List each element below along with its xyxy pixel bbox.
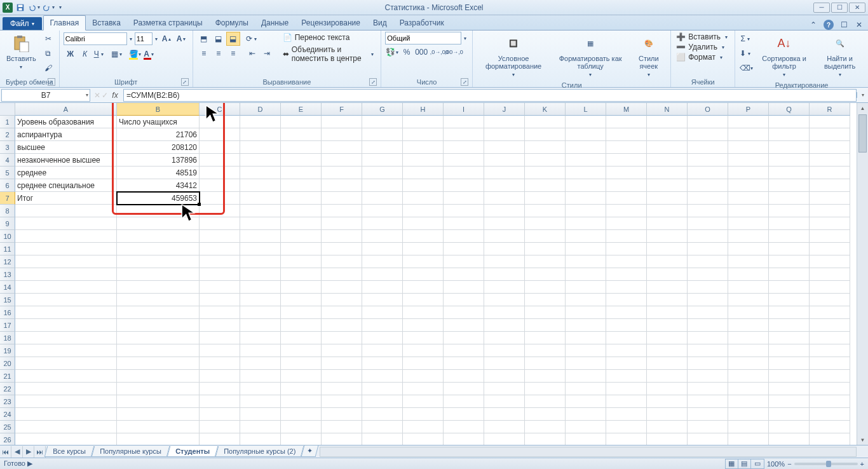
cell[interactable] <box>200 357 240 370</box>
cell[interactable] <box>728 433 769 445</box>
cell[interactable] <box>444 128 484 141</box>
cell[interactable] <box>240 268 281 281</box>
cell[interactable] <box>362 344 403 357</box>
cell[interactable] <box>117 255 200 268</box>
cell[interactable] <box>362 433 403 445</box>
column-header[interactable]: I <box>444 103 484 116</box>
cell[interactable] <box>810 370 850 383</box>
cell[interactable] <box>525 395 566 408</box>
horizontal-scrollbar[interactable] <box>320 447 857 457</box>
cell[interactable] <box>566 319 606 332</box>
cell[interactable] <box>15 294 117 306</box>
cell[interactable] <box>484 230 525 243</box>
cell[interactable] <box>810 281 850 294</box>
cell[interactable] <box>606 370 647 383</box>
borders-button[interactable]: ▦▾ <box>111 47 125 61</box>
cell[interactable] <box>403 167 444 179</box>
cell[interactable] <box>403 243 444 255</box>
cell[interactable] <box>688 167 728 179</box>
cell[interactable] <box>769 383 810 395</box>
cell[interactable] <box>769 167 810 179</box>
cell[interactable] <box>117 205 200 217</box>
italic-button[interactable]: К <box>78 47 92 61</box>
cell[interactable] <box>606 128 647 141</box>
cell[interactable] <box>362 230 403 243</box>
cell[interactable] <box>728 421 769 433</box>
cell[interactable] <box>769 154 810 167</box>
window-close-icon[interactable]: ✕ <box>854 20 864 30</box>
alignment-launcher[interactable]: ⤢ <box>369 78 377 86</box>
cell[interactable] <box>322 243 362 255</box>
cell[interactable] <box>810 395 850 408</box>
cell[interactable] <box>403 141 444 154</box>
cell[interactable] <box>647 217 688 230</box>
cell[interactable] <box>810 243 850 255</box>
help-icon[interactable]: ? <box>824 20 834 30</box>
row-header[interactable]: 13 <box>0 268 15 281</box>
cell[interactable] <box>403 421 444 433</box>
align-right-button[interactable]: ≡ <box>226 46 240 60</box>
cell[interactable] <box>281 217 322 230</box>
insert-function-button[interactable]: fx <box>109 91 121 100</box>
undo-button[interactable]: ▾ <box>28 1 42 14</box>
column-header[interactable]: M <box>606 103 647 116</box>
zoom-out-button[interactable]: − <box>787 460 791 468</box>
font-name-input[interactable] <box>64 32 127 45</box>
cell[interactable] <box>769 344 810 357</box>
cell[interactable] <box>647 294 688 306</box>
cell[interactable] <box>200 255 240 268</box>
percent-button[interactable]: % <box>400 45 414 59</box>
number-format-select[interactable] <box>385 32 461 44</box>
cell[interactable] <box>688 357 728 370</box>
cell[interactable] <box>606 294 647 306</box>
cell[interactable] <box>444 281 484 294</box>
cell[interactable] <box>322 344 362 357</box>
column-header[interactable]: R <box>810 103 850 116</box>
cell[interactable] <box>117 344 200 357</box>
cell[interactable] <box>240 370 281 383</box>
cell[interactable] <box>403 383 444 395</box>
cell[interactable] <box>728 255 769 268</box>
maximize-button[interactable]: ☐ <box>831 3 848 13</box>
cell[interactable] <box>606 395 647 408</box>
cell[interactable] <box>362 395 403 408</box>
cell[interactable] <box>606 332 647 344</box>
cell[interactable] <box>200 230 240 243</box>
cell[interactable] <box>688 319 728 332</box>
cell[interactable] <box>200 179 240 192</box>
cell[interactable] <box>444 116 484 128</box>
cell[interactable] <box>117 243 200 255</box>
cell[interactable] <box>15 357 117 370</box>
cell[interactable] <box>810 332 850 344</box>
cut-button[interactable]: ✂ <box>41 32 55 46</box>
column-header[interactable]: H <box>403 103 444 116</box>
cell[interactable]: 48519 <box>117 167 200 179</box>
cell[interactable] <box>484 179 525 192</box>
cell[interactable] <box>403 433 444 445</box>
cell[interactable] <box>403 306 444 319</box>
cell[interactable] <box>322 294 362 306</box>
orientation-button[interactable]: ⟳▾ <box>245 32 259 46</box>
cell[interactable] <box>647 395 688 408</box>
cell[interactable] <box>606 141 647 154</box>
macro-record-icon[interactable]: ▶ <box>27 459 32 467</box>
cell[interactable] <box>362 217 403 230</box>
cell[interactable] <box>647 319 688 332</box>
delete-cells-button[interactable]: ➖Удалить▾ <box>675 42 728 52</box>
cell[interactable] <box>769 268 810 281</box>
cell[interactable] <box>362 294 403 306</box>
cell[interactable] <box>647 421 688 433</box>
cell[interactable] <box>728 332 769 344</box>
cell[interactable]: высшее <box>15 141 117 154</box>
cell[interactable] <box>606 408 647 421</box>
cell[interactable] <box>647 357 688 370</box>
cell[interactable] <box>403 395 444 408</box>
cell[interactable] <box>281 268 322 281</box>
copy-button[interactable]: ⧉ <box>41 46 55 60</box>
cell[interactable] <box>281 344 322 357</box>
cell[interactable] <box>810 421 850 433</box>
cell[interactable] <box>810 357 850 370</box>
zoom-level[interactable]: 100% <box>767 460 785 468</box>
column-header[interactable]: J <box>484 103 525 116</box>
cell[interactable] <box>728 395 769 408</box>
